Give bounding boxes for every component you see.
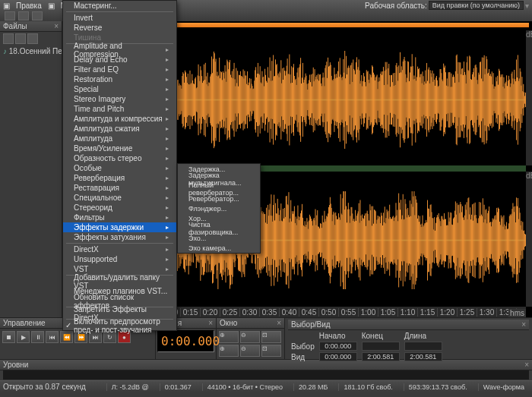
- level-meter[interactable]: [3, 370, 529, 380]
- menu-item[interactable]: DirectX▸: [63, 244, 176, 254]
- menu-item[interactable]: Образность стерео▸: [63, 153, 176, 163]
- sel-value-input[interactable]: [319, 352, 357, 361]
- svg-rect-87: [201, 70, 201, 129]
- sel-value-input[interactable]: [362, 352, 400, 361]
- svg-rect-494: [486, 56, 486, 143]
- svg-rect-757: [284, 208, 285, 273]
- status-size: 20.28 МБ: [293, 383, 332, 391]
- submenu-item[interactable]: Ревербератор...: [178, 194, 260, 203]
- transport-btn-0[interactable]: ⏹: [2, 331, 15, 343]
- svg-rect-77: [194, 84, 195, 116]
- menu-item[interactable]: Эффекты затухания▸: [63, 232, 176, 242]
- transport-btn-1[interactable]: ▶: [17, 331, 30, 343]
- menu-item[interactable]: Реверберация▸: [63, 173, 176, 183]
- workspace-selector[interactable]: Вид правки (по умолчанию): [429, 1, 524, 10]
- sel-value-input[interactable]: [404, 352, 442, 361]
- menu-item[interactable]: Time and Pitch▸: [63, 104, 176, 114]
- time-ruler[interactable]: 0:050:100:150:200:250:300:350:400:450:50…: [141, 307, 526, 317]
- svg-rect-746: [277, 214, 277, 267]
- menu-item[interactable]: Reverse: [63, 23, 176, 33]
- tool-envelope[interactable]: [18, 11, 29, 20]
- transport-btn-4[interactable]: ⏪: [60, 331, 73, 343]
- menu-item[interactable]: Amplitude and Compression▸: [63, 45, 176, 55]
- close-icon[interactable]: ×: [277, 319, 281, 327]
- svg-rect-818: [327, 217, 328, 264]
- svg-rect-404: [423, 76, 423, 124]
- zoom-out-h[interactable]: ⊖: [240, 331, 260, 343]
- menu-item[interactable]: Invert: [63, 13, 176, 23]
- svg-rect-833: [337, 219, 338, 262]
- svg-rect-489: [483, 81, 483, 118]
- transport-btn-2[interactable]: ⏸: [31, 331, 44, 343]
- menu-item[interactable]: Filter and EQ▸: [63, 65, 176, 74]
- tool-scrub[interactable]: [32, 11, 43, 20]
- svg-rect-778: [299, 220, 299, 260]
- transport-btn-3[interactable]: ⏮: [46, 331, 59, 343]
- svg-rect-430: [441, 73, 442, 127]
- svg-rect-161: [252, 89, 253, 110]
- svg-rect-987: [445, 219, 446, 262]
- menu-item[interactable]: Амплитуда и компрессия▸: [63, 114, 176, 124]
- menu-item[interactable]: Unsupported▸: [63, 254, 176, 264]
- svg-rect-156: [249, 78, 250, 121]
- submenu-item[interactable]: Флэнджер...: [178, 203, 260, 213]
- submenu-item[interactable]: Чистка фазировщика...: [178, 223, 260, 233]
- file-list-item[interactable]: ♪ 18.Осенний Петерб: [0, 46, 62, 57]
- svg-rect-483: [478, 72, 479, 127]
- menu-item[interactable]: Мастеринг...: [63, 1, 176, 11]
- svg-rect-285: [340, 58, 340, 141]
- status-left: Открыто за 0.87 секунд: [3, 383, 86, 391]
- svg-rect-186: [271, 71, 271, 129]
- menu-item[interactable]: Время/Усиление▸: [63, 143, 176, 153]
- menu-item[interactable]: Специальное▸: [63, 193, 176, 203]
- close-icon[interactable]: ×: [208, 319, 213, 327]
- menu-item[interactable]: Restoration▸: [63, 74, 176, 84]
- sel-value-input[interactable]: [319, 342, 357, 351]
- svg-rect-396: [417, 66, 418, 133]
- menu-item[interactable]: Эффекты задержки▸: [63, 222, 176, 232]
- svg-rect-917: [396, 216, 397, 265]
- menu-item[interactable]: Амплитуда▸: [63, 134, 176, 143]
- svg-rect-330: [371, 77, 372, 122]
- files-panel-header[interactable]: Файлы ×: [0, 21, 62, 32]
- menu-edit[interactable]: Правка: [11, 2, 46, 10]
- submenu-item[interactable]: Полный ревербератор...: [178, 184, 260, 194]
- menu-item[interactable]: Стереорид▸: [63, 203, 176, 213]
- menu-item[interactable]: Stereo Imagery▸: [63, 94, 176, 104]
- menu-item[interactable]: Особые▸: [63, 163, 176, 173]
- zoom-in-v[interactable]: ⊕: [219, 345, 239, 357]
- chevron-right-icon: ▸: [166, 135, 169, 142]
- close-icon[interactable]: ×: [524, 361, 529, 369]
- menu-item[interactable]: Фильтры▸: [63, 213, 176, 222]
- menu-item[interactable]: Special▸: [63, 84, 176, 94]
- tool-select[interactable]: [5, 11, 15, 20]
- close-icon[interactable]: ×: [521, 320, 526, 329]
- import-button[interactable]: [3, 33, 14, 44]
- submenu-item[interactable]: Эхо камера...: [178, 243, 260, 253]
- time-tick: 0:25: [220, 308, 239, 317]
- zoom-in-h[interactable]: ⊕: [219, 331, 239, 343]
- svg-rect-957: [424, 224, 425, 257]
- menu-item[interactable]: Амплитуда сжатия▸: [63, 124, 176, 134]
- svg-rect-853: [351, 207, 352, 273]
- insert-button[interactable]: [27, 33, 38, 44]
- chevron-right-icon: ▸: [166, 234, 169, 241]
- close-icon[interactable]: ×: [54, 22, 59, 30]
- svg-rect-283: [338, 61, 339, 138]
- svg-rect-1030: [476, 215, 477, 266]
- sel-value-input[interactable]: [362, 342, 400, 351]
- sel-value-input[interactable]: [404, 342, 442, 351]
- menu-item[interactable]: ✓Включить предпросмотр пред- и пост-звуч…: [63, 320, 176, 330]
- submenu-item[interactable]: Эхо...: [178, 233, 260, 243]
- zoom-out-v[interactable]: ⊖: [240, 345, 260, 357]
- menu-item[interactable]: Добавить/удалить папку VST: [63, 276, 176, 286]
- close-file-button[interactable]: [15, 33, 26, 44]
- wave-channel-left[interactable]: dB: [141, 30, 526, 165]
- chevron-down-icon[interactable]: ▾: [525, 2, 529, 10]
- svg-rect-231: [302, 77, 302, 121]
- menu-item[interactable]: Delay and Echo▸: [63, 55, 176, 65]
- zoom-sel[interactable]: ⊡: [261, 345, 281, 357]
- svg-rect-914: [394, 218, 395, 263]
- zoom-full[interactable]: ⊡: [261, 331, 281, 343]
- menu-item[interactable]: Реставрация▸: [63, 183, 176, 193]
